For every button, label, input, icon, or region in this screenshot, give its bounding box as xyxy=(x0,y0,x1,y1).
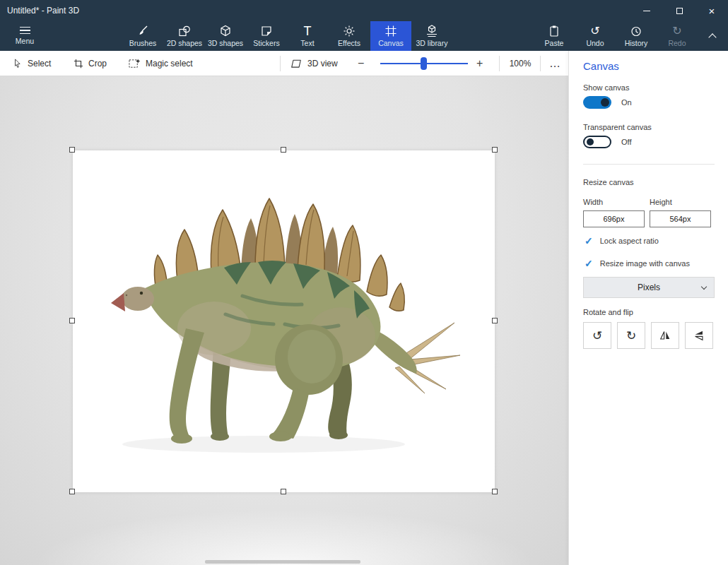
rotate-right-icon: ↻ xyxy=(626,330,636,342)
tool-text[interactable]: T Text xyxy=(287,21,328,51)
3d-view-icon xyxy=(290,59,303,69)
tool-label: 3D library xyxy=(416,39,448,47)
selection-handle-bottom-middle[interactable] xyxy=(281,489,286,494)
magic-select-button[interactable]: Magic select xyxy=(129,51,193,76)
tool-3d-library[interactable]: 3D library xyxy=(411,21,452,51)
selection-handle-top-left[interactable] xyxy=(69,147,75,153)
zoom-slider[interactable] xyxy=(380,51,468,76)
toolbar-divider xyxy=(540,56,541,71)
action-label: History xyxy=(625,39,648,47)
maximize-button[interactable] xyxy=(663,0,695,21)
show-canvas-label: Show canvas xyxy=(583,83,629,92)
rotate-flip-heading: Rotate and flip xyxy=(583,308,633,316)
resize-image-checkbox[interactable]: ✓ Resize image with canvas xyxy=(585,258,690,268)
tool-canvas[interactable]: Canvas xyxy=(370,21,411,51)
minimize-button[interactable] xyxy=(630,0,663,21)
paint3d-window: Untitled* - Paint 3D × Menu Brushes 2D s… xyxy=(0,0,728,565)
rotate-left-button[interactable]: ↺ xyxy=(583,322,611,349)
flip-vertical-icon xyxy=(693,329,705,342)
chevron-up-icon xyxy=(708,33,716,41)
show-canvas-toggle[interactable] xyxy=(583,96,611,109)
action-label: Paste xyxy=(545,39,564,47)
tool-label: Effects xyxy=(338,39,360,47)
3d-view-button[interactable]: 3D view xyxy=(290,51,338,76)
height-input[interactable] xyxy=(650,210,711,227)
selection-handle-middle-left[interactable] xyxy=(69,318,75,323)
zoom-slider-thumb[interactable] xyxy=(421,57,427,70)
panel-title: Canvas xyxy=(583,60,619,72)
undo-button[interactable]: ↺ Undo xyxy=(575,21,616,51)
menu-label: Menu xyxy=(16,37,34,45)
checkmark-icon: ✓ xyxy=(585,258,593,268)
action-label: Redo xyxy=(668,39,686,47)
maximize-icon xyxy=(676,8,683,14)
history-button[interactable]: History xyxy=(616,21,657,51)
transparent-canvas-state: Off xyxy=(621,138,631,146)
crop-icon xyxy=(74,59,83,69)
select-button[interactable]: Select xyxy=(13,51,51,76)
zoom-out-button[interactable]: − xyxy=(358,51,375,76)
stegosaurus-image xyxy=(73,150,495,492)
action-label: Undo xyxy=(586,39,604,47)
tool-stickers[interactable]: Stickers xyxy=(246,21,287,51)
selection-handle-bottom-right[interactable] xyxy=(492,489,498,494)
menu-button[interactable]: Menu xyxy=(8,21,41,51)
ellipsis-icon: … xyxy=(549,57,560,70)
toolbar-divider xyxy=(280,56,281,71)
collapse-ribbon-button[interactable] xyxy=(704,28,721,44)
magic-select-icon xyxy=(129,58,141,69)
tool-brushes[interactable]: Brushes xyxy=(122,21,163,51)
redo-icon: ↻ xyxy=(672,25,681,37)
canvas-icon xyxy=(384,25,397,37)
crop-label: Crop xyxy=(88,59,107,69)
flip-vertical-button[interactable] xyxy=(685,322,713,349)
selection-handle-top-middle[interactable] xyxy=(281,147,286,153)
select-label: Select xyxy=(28,59,51,69)
tool-2d-shapes[interactable]: 2D shapes xyxy=(164,21,205,51)
rotate-right-button[interactable]: ↻ xyxy=(617,322,645,349)
horizontal-scrollbar-thumb[interactable] xyxy=(205,560,360,564)
toggle-knob xyxy=(587,138,594,145)
2d-shapes-icon xyxy=(178,25,191,37)
crop-button[interactable]: Crop xyxy=(74,51,107,76)
selection-handle-top-right[interactable] xyxy=(492,147,498,153)
undo-icon: ↺ xyxy=(590,25,599,37)
select-cursor-icon xyxy=(13,59,23,69)
paste-button[interactable]: Paste xyxy=(534,21,575,51)
window-title: Untitled* - Paint 3D xyxy=(7,6,79,16)
transparent-canvas-toggle[interactable] xyxy=(583,136,611,148)
flip-horizontal-button[interactable] xyxy=(651,322,679,349)
flip-horizontal-icon xyxy=(659,329,671,342)
brush-icon xyxy=(136,25,149,37)
units-dropdown[interactable]: Pixels xyxy=(583,277,715,298)
magic-select-label: Magic select xyxy=(146,59,193,69)
ribbon: Menu Brushes 2D shapes 3D shapes Sticker… xyxy=(0,21,728,51)
selection-handle-bottom-left[interactable] xyxy=(69,489,75,494)
text-icon: T xyxy=(304,25,312,37)
toolbar-divider xyxy=(499,56,500,71)
zoom-in-button[interactable]: + xyxy=(476,51,493,76)
drawing-canvas[interactable] xyxy=(73,150,495,492)
rotate-left-icon: ↺ xyxy=(592,330,602,342)
tool-label: 2D shapes xyxy=(167,39,202,47)
tool-effects[interactable]: Effects xyxy=(329,21,370,51)
zoom-level-value[interactable]: 100% xyxy=(502,51,539,76)
tool-label: Brushes xyxy=(129,39,157,47)
chevron-down-icon xyxy=(701,284,707,290)
paste-icon xyxy=(548,25,560,37)
tool-label: 3D shapes xyxy=(208,39,243,47)
tool-label: Text xyxy=(300,39,314,47)
selection-handle-middle-right[interactable] xyxy=(492,318,498,323)
transparent-canvas-label: Transparent canvas xyxy=(583,123,652,131)
close-button[interactable]: × xyxy=(695,0,728,21)
floor-highlight xyxy=(0,501,568,565)
menu-icon xyxy=(20,27,30,35)
width-input[interactable] xyxy=(583,210,645,227)
lock-aspect-checkbox[interactable]: ✓ Lock aspect ratio xyxy=(585,236,659,246)
history-icon xyxy=(630,25,642,37)
3d-library-icon xyxy=(425,25,438,37)
more-options-button[interactable]: … xyxy=(544,51,565,76)
redo-button[interactable]: ↻ Redo xyxy=(657,21,698,51)
tool-3d-shapes[interactable]: 3D shapes xyxy=(205,21,246,51)
minimize-icon xyxy=(643,11,650,11)
